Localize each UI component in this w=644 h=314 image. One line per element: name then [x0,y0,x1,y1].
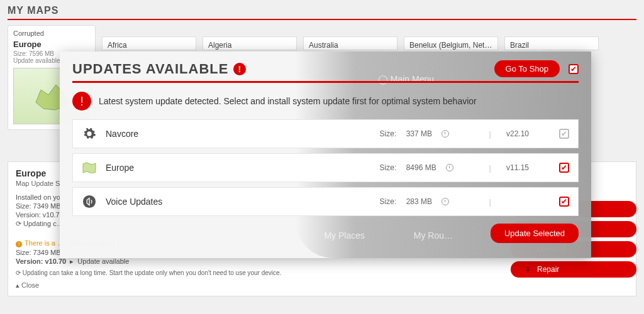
update-selected-button[interactable]: Update Selected [491,224,579,243]
row-version: v22.10 [506,129,550,138]
row-checkbox[interactable]: ✔ [559,163,569,173]
row-size: Size: 337 MB [380,129,474,138]
map-tile[interactable]: Brazil [504,36,599,50]
modal-underline [72,81,579,83]
close-link[interactable]: ▴ Close [16,281,628,290]
clock-icon [441,198,449,205]
map-tile[interactable]: Benelux (Belgium, Netherlan... [404,36,498,50]
map-tile[interactable]: Africa [102,36,196,50]
gear-icon [82,126,97,141]
alert-text: Latest system update detected. Select an… [99,96,477,106]
alert-badge-icon: ! [233,63,246,75]
row-name: Europe [106,163,371,173]
select-all-checkbox[interactable]: ✔ [569,64,579,74]
page-title: MY MAPS [8,5,636,16]
map-tile[interactable]: Australia [303,36,397,50]
update-row[interactable]: Navcore Size: 337 MB | v22.10 ✔ [72,119,579,148]
corrupted-label: Corrupted [13,30,90,37]
row-checkbox[interactable]: ✔ [559,129,569,139]
separator: | [483,197,497,207]
map-tile[interactable]: Algeria [203,36,297,50]
row-version: v11.15 [506,163,550,172]
go-to-shop-button[interactable]: Go To Shop [494,60,560,77]
modal-title: UPDATES AVAILABLE ! [72,61,246,77]
row-size: Size: 8496 MB [380,163,474,172]
exclamation-icon: ! [72,92,91,111]
clock-icon [441,130,449,138]
corrupted-map-name: Europe [13,40,90,49]
title-underline [8,19,636,20]
update-row[interactable]: Europe Size: 8496 MB | v11.15 ✔ [72,153,579,182]
row-size: Size: 283 MB [380,197,474,206]
update-row[interactable]: Voice Updates Size: 283 MB | ✔ [72,187,579,216]
separator: | [483,129,497,139]
system-update-alert: ! Latest system update detected. Select … [72,92,579,111]
voice-icon [82,194,97,209]
updates-modal: ◯ Main Menu My Places My Rou… UPDATES AV… [60,51,591,258]
repair-button[interactable]: ⬇Repair [511,261,636,278]
download-icon: ⬇ [525,265,532,274]
row-checkbox[interactable]: ✔ [559,197,569,207]
map-icon [82,160,97,175]
warning-icon: ! [16,241,22,247]
row-name: Voice Updates [106,197,371,207]
clock-icon [446,164,453,171]
separator: | [483,163,497,173]
row-name: Navcore [106,129,371,139]
